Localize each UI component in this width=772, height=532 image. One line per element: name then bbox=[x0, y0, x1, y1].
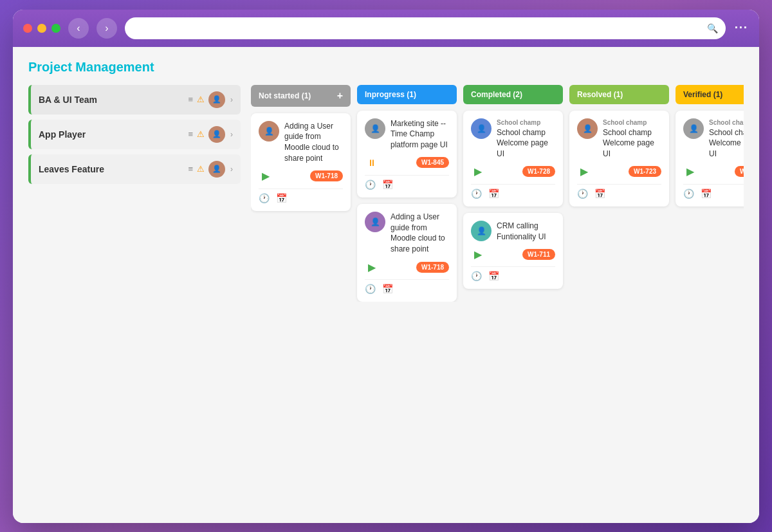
ticket-badge: W1-728 bbox=[522, 166, 555, 177]
column-verified: Verified (1) 👤 School champ School champ… bbox=[676, 85, 744, 302]
play-button[interactable]: ▶ bbox=[471, 165, 485, 179]
column-header-verified: Verified (1) bbox=[676, 85, 744, 104]
avatar: 👤 bbox=[365, 118, 385, 139]
warning-icon: ⚠ bbox=[197, 164, 205, 174]
url-input[interactable] bbox=[133, 23, 707, 33]
column-resolved: Resolved (1) 👤 School champ School champ… bbox=[569, 85, 669, 302]
card-title: CRM calling Funtionality UI bbox=[497, 221, 555, 243]
play-button[interactable]: ▶ bbox=[471, 247, 485, 261]
column-completed: Completed (2) 👤 School champ School cham… bbox=[463, 85, 563, 302]
sidebar-item-leaves-feature[interactable]: Leaves Feature ≡ ⚠ 👤 › bbox=[28, 154, 241, 184]
main-layout: BA & UI Team ≡ ⚠ 👤 › App Player ≡ ⚠ 👤 bbox=[28, 85, 744, 302]
ticket-badge: W1-718 bbox=[310, 170, 343, 181]
column-header-not-started: Not started (1) + bbox=[251, 85, 351, 107]
forward-button[interactable]: › bbox=[96, 18, 117, 39]
card-actions: ▶ W1-718 bbox=[365, 260, 449, 274]
card-footer: 🕐 📅 bbox=[471, 184, 555, 199]
address-bar: 🔍 bbox=[125, 17, 726, 39]
ticket-badge: W1-711 bbox=[522, 249, 555, 260]
column-label-resolved: Resolved (1) bbox=[577, 90, 623, 99]
card-actions: ▶ W1-718 bbox=[259, 169, 343, 183]
search-icon[interactable]: 🔍 bbox=[707, 23, 718, 33]
calendar-icon[interactable]: 📅 bbox=[382, 284, 393, 294]
avatar: 👤 bbox=[208, 91, 225, 108]
pause-button[interactable]: ⏸ bbox=[365, 156, 379, 170]
traffic-lights bbox=[23, 24, 60, 33]
card-assignee: School champ bbox=[709, 118, 744, 127]
bar-chart-icon: ≡ bbox=[188, 129, 193, 139]
bar-chart-icon: ≡ bbox=[188, 95, 193, 104]
avatar: 👤 bbox=[365, 212, 385, 232]
card-title: School champ School champ Welcome page U… bbox=[497, 118, 555, 160]
maximize-button[interactable] bbox=[51, 24, 60, 33]
clock-icon[interactable]: 🕐 bbox=[577, 188, 588, 199]
calendar-icon[interactable]: 📅 bbox=[488, 188, 499, 199]
ticket-badge: W1-845 bbox=[416, 157, 449, 168]
column-label-completed: Completed (2) bbox=[471, 90, 522, 99]
card-header: 👤 School champ School champ Welcome page… bbox=[577, 118, 661, 160]
play-button[interactable]: ▶ bbox=[577, 165, 591, 179]
card-title: School champ School champ Welcome page U… bbox=[603, 118, 661, 160]
column-header-resolved: Resolved (1) bbox=[569, 85, 669, 104]
back-button[interactable]: ‹ bbox=[68, 18, 89, 39]
column-header-completed: Completed (2) bbox=[463, 85, 563, 104]
close-button[interactable] bbox=[23, 24, 32, 33]
calendar-icon[interactable]: 📅 bbox=[488, 271, 499, 281]
avatar: 👤 bbox=[471, 221, 492, 241]
card-footer: 🕐 📅 bbox=[365, 175, 449, 190]
card-header: 👤 School champ School champ Welcome page… bbox=[683, 118, 744, 160]
ticket-badge: W1-723 bbox=[629, 166, 661, 177]
card-footer: 🕐 📅 bbox=[365, 279, 449, 294]
ticket-badge: W1-718 bbox=[416, 262, 449, 273]
play-button[interactable]: ▶ bbox=[259, 169, 273, 183]
clock-icon[interactable]: 🕐 bbox=[471, 188, 482, 199]
sidebar-icons-leaves: ≡ ⚠ 👤 bbox=[188, 161, 225, 178]
card-actions: ▶ W1-723 bbox=[683, 165, 744, 179]
sidebar-item-ba-ui-team[interactable]: BA & UI Team ≡ ⚠ 👤 › bbox=[28, 85, 241, 115]
calendar-icon[interactable]: 📅 bbox=[382, 179, 393, 190]
avatar: 👤 bbox=[471, 118, 492, 139]
task-card-cp-2: 👤 CRM calling Funtionality UI ▶ W1-711 🕐… bbox=[463, 213, 563, 289]
app-content: Project Management BA & UI Team ≡ ⚠ 👤 › … bbox=[13, 47, 759, 523]
card-actions: ▶ W1-728 bbox=[471, 165, 555, 179]
clock-icon[interactable]: 🕐 bbox=[365, 284, 376, 294]
bar-chart-icon: ≡ bbox=[188, 164, 193, 174]
card-assignee: School champ bbox=[603, 118, 661, 127]
ticket-badge: W1-723 bbox=[735, 166, 744, 177]
card-header: 👤 Adding a User guide from Moodle cloud … bbox=[365, 212, 449, 255]
card-footer: 🕐 📅 bbox=[683, 184, 744, 199]
column-inprogress: Inprogress (1) 👤 Marketing site -- Time … bbox=[357, 85, 457, 302]
column-label-not-started: Not started (1) bbox=[259, 91, 311, 100]
card-header: 👤 School champ School champ Welcome page… bbox=[471, 118, 555, 160]
chevron-right-icon: › bbox=[230, 95, 233, 104]
task-card-rs-1: 👤 School champ School champ Welcome page… bbox=[569, 111, 669, 206]
avatar: 👤 bbox=[683, 118, 704, 139]
calendar-icon[interactable]: 📅 bbox=[701, 188, 712, 199]
play-button[interactable]: ▶ bbox=[365, 260, 379, 274]
card-title: Adding a User guide from Moodle cloud to… bbox=[391, 212, 449, 255]
sidebar-icons-ba: ≡ ⚠ 👤 bbox=[188, 91, 225, 108]
avatar: 👤 bbox=[259, 121, 279, 142]
card-title: School champ School champ Welcome page U… bbox=[709, 118, 744, 160]
avatar: 👤 bbox=[577, 118, 598, 139]
add-card-button-not-started[interactable]: + bbox=[337, 90, 343, 102]
menu-dots-icon[interactable]: ⋮ bbox=[733, 21, 749, 35]
minimize-button[interactable] bbox=[37, 24, 46, 33]
card-assignee: School champ bbox=[497, 118, 555, 127]
page-title: Project Management bbox=[28, 60, 744, 75]
calendar-icon[interactable]: 📅 bbox=[276, 193, 287, 203]
clock-icon[interactable]: 🕐 bbox=[683, 188, 694, 199]
clock-icon[interactable]: 🕐 bbox=[259, 193, 270, 203]
warning-icon: ⚠ bbox=[197, 129, 205, 139]
play-button[interactable]: ▶ bbox=[683, 165, 697, 179]
clock-icon[interactable]: 🕐 bbox=[365, 179, 376, 190]
clock-icon[interactable]: 🕐 bbox=[471, 271, 482, 281]
task-card-ns-1: 👤 Adding a User guide from Moodle cloud … bbox=[251, 113, 351, 211]
sidebar-icons-app: ≡ ⚠ 👤 bbox=[188, 126, 225, 143]
calendar-icon[interactable]: 📅 bbox=[594, 188, 605, 199]
card-actions: ▶ W1-723 bbox=[577, 165, 661, 179]
sidebar-item-app-player[interactable]: App Player ≡ ⚠ 👤 › bbox=[28, 120, 241, 149]
avatar: 👤 bbox=[208, 161, 225, 178]
task-card-ip-1: 👤 Marketing site -- Time Champ platform … bbox=[357, 111, 457, 197]
chevron-right-icon: › bbox=[230, 165, 233, 174]
